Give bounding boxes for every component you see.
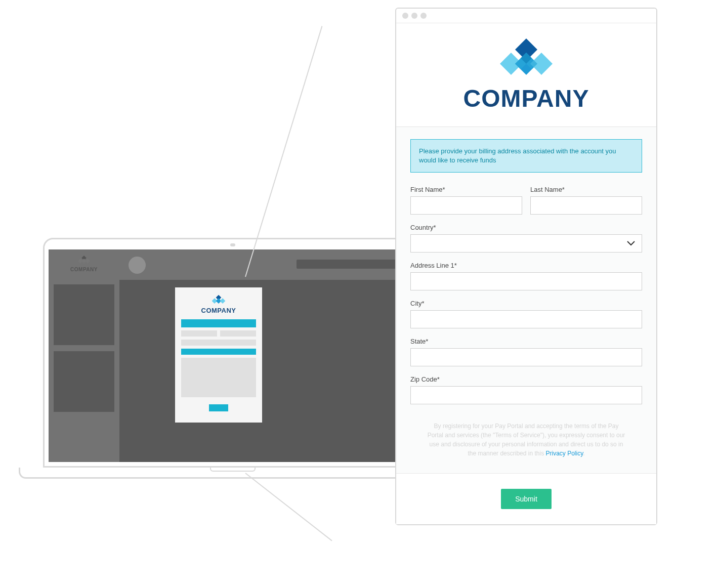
- mini-mobile-logo: COMPANY: [181, 295, 256, 314]
- privacy-policy-link[interactable]: Privacy Policy: [545, 450, 583, 457]
- city-label: City*: [410, 300, 642, 307]
- window-titlebar: [396, 9, 656, 23]
- mini-sidebar-block: [54, 351, 114, 412]
- submit-section: Submit: [396, 473, 656, 524]
- mini-topbar: [119, 249, 417, 280]
- mini-placeholder-block: [181, 358, 256, 397]
- disclaimer-suffix: .: [583, 450, 584, 457]
- window-control-dot: [402, 13, 408, 19]
- laptop-illustration: COMPANY: [43, 238, 423, 479]
- last-name-label: Last Name*: [530, 186, 642, 193]
- mini-submit-placeholder: [209, 404, 228, 411]
- popup-window: COMPANY Please provide your billing addr…: [395, 8, 657, 525]
- zip-code-label: Zip Code*: [410, 375, 642, 383]
- first-name-label: First Name*: [410, 186, 522, 193]
- company-logo-icon: [406, 38, 646, 81]
- mini-search-placeholder: [297, 260, 408, 269]
- zip-code-input[interactable]: [410, 386, 642, 404]
- mini-placeholder-bar: [181, 330, 217, 337]
- info-message: Please provide your billing address asso…: [410, 139, 642, 173]
- laptop-display: COMPANY: [49, 249, 417, 462]
- mini-logo-text: COMPANY: [54, 267, 114, 272]
- country-select[interactable]: [410, 234, 642, 253]
- disclaimer-text: By registering for your Pay Portal and a…: [410, 413, 642, 467]
- state-input[interactable]: [410, 348, 642, 366]
- laptop-base: [19, 468, 447, 479]
- laptop-screen-frame: COMPANY: [43, 238, 423, 468]
- address-line-1-input[interactable]: [410, 272, 642, 290]
- mini-mobile-logo-text: COMPANY: [181, 307, 256, 314]
- window-control-dot: [411, 13, 417, 19]
- mini-placeholder-bar: [181, 340, 256, 346]
- laptop-camera-icon: [230, 243, 235, 246]
- mini-avatar-icon: [129, 257, 146, 274]
- mini-placeholder-bar: [181, 319, 256, 327]
- company-logo-text: COMPANY: [406, 85, 646, 112]
- laptop-notch: [210, 468, 256, 472]
- billing-form: Please provide your billing address asso…: [396, 127, 656, 473]
- last-name-input[interactable]: [530, 196, 642, 215]
- mini-mobile-preview: COMPANY: [175, 287, 262, 423]
- submit-button[interactable]: Submit: [501, 489, 552, 509]
- svg-marker-7: [220, 298, 226, 304]
- svg-marker-3: [85, 259, 90, 264]
- first-name-input[interactable]: [410, 196, 522, 215]
- mini-sidebar: COMPANY: [49, 249, 119, 462]
- mini-placeholder-bar: [220, 330, 256, 337]
- city-input[interactable]: [410, 310, 642, 328]
- disclaimer-body: By registering for your Pay Portal and a…: [428, 423, 625, 457]
- mini-sidebar-logo: COMPANY: [49, 249, 119, 278]
- projection-line: [245, 473, 332, 541]
- mini-placeholder-bar: [181, 349, 256, 355]
- mini-sidebar-block: [54, 284, 114, 345]
- window-control-dot: [420, 13, 427, 19]
- state-label: State*: [410, 338, 642, 345]
- address-line-1-label: Address Line 1*: [410, 262, 642, 269]
- logo-header: COMPANY: [396, 23, 656, 127]
- country-label: Country*: [410, 224, 642, 231]
